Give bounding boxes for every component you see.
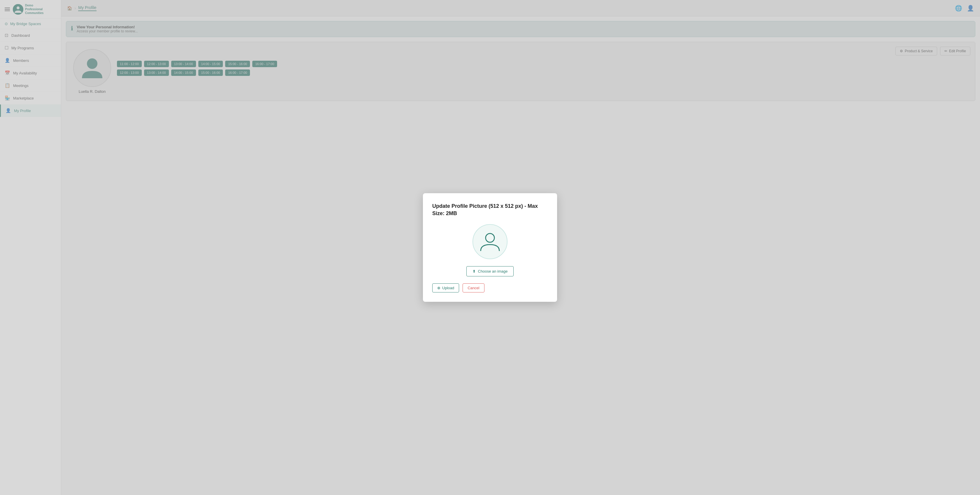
upload-arrow-icon: ⬆ (473, 269, 476, 273)
cancel-button[interactable]: Cancel (463, 283, 484, 292)
modal-title: Update Profile Picture (512 x 512 px) - … (432, 203, 548, 217)
modal-overlay: Update Profile Picture (512 x 512 px) - … (0, 0, 980, 495)
modal-avatar-preview (473, 224, 508, 259)
modal-footer: ⊕ Upload Cancel (432, 283, 548, 292)
svg-point-3 (485, 233, 495, 242)
choose-image-button[interactable]: ⬆ Choose an image (466, 266, 514, 276)
upload-button[interactable]: ⊕ Upload (432, 283, 459, 292)
upload-icon: ⊕ (437, 286, 441, 290)
update-profile-picture-modal: Update Profile Picture (512 x 512 px) - … (423, 193, 557, 302)
